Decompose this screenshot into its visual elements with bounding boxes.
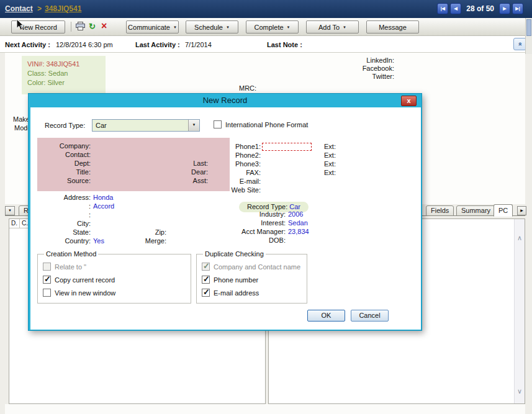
twitter-label: Twitter: — [345, 73, 394, 81]
email-address-checkbox[interactable] — [202, 289, 210, 297]
toolbar-separator — [71, 22, 71, 32]
new-record-button[interactable]: New Record — [11, 20, 65, 34]
print-icon[interactable] — [76, 22, 85, 32]
creation-method-group: Creation Method Relate to " Copy current… — [37, 250, 191, 304]
address-value: Honda — [93, 194, 113, 202]
top-navigation-bar: Contact > 348JIQ541 |◀ ◀ 28 of 50 ▶ ▶| — [0, 0, 532, 18]
communicate-button[interactable]: Communicate ▼ — [126, 20, 179, 34]
phone-number-checkbox[interactable] — [202, 276, 210, 284]
tab-scroll-right-icon[interactable]: ▶ — [517, 206, 526, 215]
grid-column-d[interactable]: D. — [9, 219, 20, 228]
complete-button[interactable]: Complete ▼ — [246, 20, 299, 34]
record-type-value: Car — [96, 122, 107, 129]
international-phone-label: International Phone Format — [225, 121, 308, 128]
collapse-icon: » — [515, 42, 526, 46]
dear-label: Dear: — [91, 168, 208, 177]
address-line2-value: Accord — [93, 202, 114, 211]
chevron-down-icon: ▼ — [173, 25, 177, 29]
relate-to-checkbox[interactable] — [43, 263, 51, 271]
scroll-down-icon[interactable]: ∨ — [515, 386, 525, 396]
ext-label: Ext: — [324, 160, 336, 168]
message-button[interactable]: Message — [366, 20, 419, 34]
acct-manager-value: 23,834 — [288, 228, 309, 236]
tab-fields[interactable]: Fields — [426, 205, 454, 216]
bottom-strip — [5, 404, 525, 414]
mrc-label: MRC: — [239, 84, 256, 92]
copy-current-record-checkbox[interactable] — [43, 276, 51, 284]
last-label: Last: — [91, 160, 208, 168]
last-note-label: Last Note : — [267, 41, 302, 48]
delete-icon[interactable]: × — [101, 20, 107, 32]
view-in-new-window-label: View in new window — [55, 289, 115, 297]
next-activity-value: 12/8/2014 6:30 pm — [56, 41, 113, 48]
close-icon[interactable]: x — [401, 96, 417, 106]
scroll-up-icon[interactable]: ∧ — [515, 233, 525, 243]
page-scrollbar[interactable] — [525, 18, 532, 54]
record-position: 28 of 50 — [463, 3, 497, 14]
new-record-dialog: New Record x Record Type: Car ▼ Internat… — [28, 93, 422, 331]
chevron-down-icon: ▼ — [226, 25, 230, 29]
vehicle-info-box: VIN#: 348JIQ541 Class: Sedan Color: Silv… — [22, 56, 106, 94]
cancel-button[interactable]: Cancel — [351, 310, 389, 322]
last-activity-value: 7/1/2014 — [185, 41, 212, 48]
complete-label: Complete — [254, 24, 283, 31]
refresh-icon[interactable]: ↻ — [89, 22, 96, 31]
state-label: State: — [37, 228, 91, 237]
zip-label: Zip: — [91, 228, 166, 236]
social-labels: LinkedIn: Facebook: Twitter: — [345, 56, 394, 81]
add-to-label: Add To — [318, 24, 340, 31]
address-block: Address: Honda : Accord : City: State: Z… — [37, 194, 230, 246]
title-label: Title: — [37, 168, 91, 177]
duplicate-checking-group: Duplicate Checking Company and Contact n… — [196, 250, 307, 304]
vin-value: VIN#: 348JIQ541 — [27, 60, 100, 69]
color-value: Color: Silver — [27, 78, 100, 88]
address-label: Address: — [37, 194, 91, 202]
breadcrumb-contact-link[interactable]: Contact — [5, 4, 33, 13]
next-record-icon[interactable]: ▶ — [499, 3, 510, 14]
industry-label: Industry: — [223, 210, 286, 219]
activity-summary-bar: Next Activity : 12/8/2014 6:30 pm Last A… — [0, 36, 532, 53]
email-label: E-mail: — [223, 178, 261, 185]
international-phone-checkbox[interactable] — [214, 120, 222, 128]
pill-value: Car — [289, 203, 300, 210]
page-scrollbar-thumb[interactable] — [526, 19, 531, 36]
dept-label: Dept: — [37, 160, 91, 168]
phone3-label: Phone3: — [223, 160, 261, 168]
last-record-icon[interactable]: ▶| — [512, 3, 523, 14]
first-record-icon[interactable]: |◀ — [437, 3, 448, 14]
phone1-input[interactable] — [262, 143, 312, 151]
chevron-down-icon: ▼ — [287, 25, 291, 29]
industry-value: 2006 — [288, 210, 303, 219]
last-activity-label: Last Activity : — [135, 41, 180, 48]
collapse-panel-button[interactable]: » — [513, 38, 526, 50]
tab-menu-icon[interactable]: ▼ — [5, 206, 15, 215]
record-type-label: Record Type: — [45, 122, 85, 129]
tab-pc[interactable]: PC — [494, 204, 513, 217]
schedule-button[interactable]: Schedule ▼ — [186, 20, 238, 34]
company-contact-checkbox[interactable] — [202, 263, 210, 271]
toolbar: New Record ↻ × Communicate ▼ Schedule ▼ … — [0, 18, 532, 36]
intl-phone-row: International Phone Format — [214, 120, 308, 128]
ext-label: Ext: — [324, 151, 336, 159]
merge-label: Merge: — [91, 237, 166, 245]
address-line3-label: : — [37, 211, 91, 220]
country-label: Country: — [37, 237, 91, 246]
previous-record-icon[interactable]: ◀ — [450, 3, 461, 14]
combo-arrow-icon[interactable]: ▼ — [188, 120, 199, 131]
panel-scrollbar[interactable]: ∧ ∨ — [514, 219, 525, 403]
add-to-button[interactable]: Add To ▼ — [306, 20, 359, 34]
record-type-select[interactable]: Car ▼ — [92, 119, 200, 132]
address-line2-label: : — [37, 202, 91, 211]
breadcrumb-record-link[interactable]: 348JIQ541 — [45, 4, 81, 13]
schedule-label: Schedule — [194, 24, 223, 31]
ok-button[interactable]: OK — [307, 310, 345, 322]
email-address-label: E-mail address — [214, 289, 259, 297]
city-label: City: — [37, 220, 91, 228]
view-in-new-window-checkbox[interactable] — [43, 289, 51, 297]
tab-summary[interactable]: Summary — [456, 205, 495, 216]
dialog-title: New Record — [29, 94, 422, 107]
chevron-down-icon: ▼ — [343, 25, 346, 29]
company-contact-label: Company and Contact name — [214, 263, 300, 271]
class-value: Class: Sedan — [27, 69, 100, 78]
name-fields-panel: Company: Contact: Dept: Last: Title: Dea… — [37, 138, 230, 191]
